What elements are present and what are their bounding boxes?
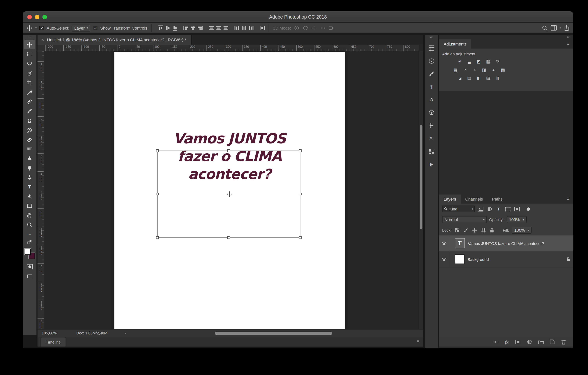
vertical-scrollbar-thumb[interactable] [420,125,422,229]
foreground-swatch[interactable] [24,249,31,255]
transform-handle[interactable] [156,236,159,239]
spot-healing-brush-tool[interactable] [24,97,35,106]
zoom-tool[interactable] [24,220,35,229]
actions-panel-icon[interactable]: ▶ [426,159,437,169]
zoom-level-field[interactable]: 185,66% [42,331,57,335]
type-tool[interactable]: T [24,182,35,191]
align-vertical-centers-button[interactable] [165,25,171,31]
close-window-button[interactable] [27,15,32,19]
adjustment-icon[interactable]: ◢ [457,76,463,81]
filter-kind-select[interactable]: Kind ▾ [442,206,475,212]
adjustment-icon[interactable]: ◨ [481,67,487,73]
align-top-edges-button[interactable] [158,25,163,31]
workspace-switcher-icon[interactable] [550,25,557,31]
lasso-tool[interactable] [24,59,35,68]
adjustments-menu-icon[interactable]: ≡ [567,41,569,46]
gradient-tool[interactable] [24,144,35,154]
blend-mode-select[interactable]: Normal▾ [442,216,487,223]
3d-slide-icon[interactable] [320,25,326,31]
horizontal-scrollbar-thumb[interactable] [215,332,332,335]
add-layer-mask-button[interactable] [515,339,521,345]
transform-handle[interactable] [299,236,302,239]
layer-row-background[interactable]: Background [439,251,573,267]
adjustment-icon[interactable]: ▤ [466,76,472,81]
screen-mode-button[interactable] [24,272,35,281]
layer-name[interactable]: Background [468,257,489,261]
dock-collapse-chevrons[interactable]: ≫ [439,35,573,39]
glyphs-panel-icon[interactable]: A| [426,133,437,143]
new-adjustment-layer-button[interactable] [526,339,533,345]
search-icon[interactable] [542,25,548,31]
adjustment-icon[interactable]: ◑ [471,67,478,73]
pen-tool[interactable] [24,173,35,182]
transform-handle[interactable] [299,193,302,195]
lock-all-icon[interactable] [489,227,495,233]
tool-preset-chevron-icon[interactable]: ▾ [35,26,37,30]
clone-stamp-tool[interactable] [24,116,35,125]
edit-toolbar-button[interactable]: ••• [24,229,35,239]
adjustment-icon[interactable]: ▦ [452,67,459,73]
zoom-window-button[interactable] [42,15,47,19]
adjustment-icon[interactable]: ▥ [494,76,501,81]
transform-handle[interactable] [299,149,302,152]
adjustment-icon[interactable]: ▩ [500,67,506,73]
new-group-button[interactable] [538,339,544,345]
lock-artboard-icon[interactable] [480,227,486,233]
adjustment-icon[interactable]: ▨ [485,76,491,81]
quick-mask-button[interactable] [24,262,35,272]
adjustment-icon[interactable]: ◩ [475,59,482,65]
tab-layers[interactable]: Layers [439,195,461,204]
transform-handle[interactable] [227,236,230,239]
layer-visibility-toggle[interactable] [439,251,449,267]
tab-paths[interactable]: Paths [487,195,507,204]
sharpen-tool[interactable] [24,154,35,163]
rectangle-tool[interactable] [24,201,35,210]
brush-settings-panel-icon[interactable] [426,69,437,79]
align-bottom-edges-button[interactable] [172,25,178,31]
adjustment-icon[interactable]: ◧ [475,76,482,81]
fill-select[interactable]: 100%▾ [512,227,532,233]
align-horizontal-centers-button[interactable] [190,25,196,31]
layers-menu-icon[interactable]: ≡ [567,196,569,201]
adjustment-icon[interactable]: ☀ [457,59,463,65]
eyedropper-tool[interactable] [24,87,35,97]
move-tool-options-icon[interactable] [27,25,32,31]
move-tool[interactable] [24,40,35,49]
link-layers-button[interactable] [492,339,499,345]
timeline-menu-icon[interactable]: ≡ [417,339,420,343]
rectangular-marquee-tool[interactable] [24,49,35,59]
eraser-tool[interactable] [24,135,35,144]
strip-collapse-chevrons[interactable]: ≪ [425,35,438,40]
document-area[interactable]: -200-150-100-500501001502002503003504004… [38,45,423,329]
3d-roll-icon[interactable] [303,25,309,31]
workspace-chevron-icon[interactable]: ▾ [560,26,561,30]
filter-smart-objects-icon[interactable] [513,206,520,212]
layer-style-button[interactable]: fx [504,339,510,345]
character-panel-icon[interactable]: A [426,95,437,105]
3d-orbit-icon[interactable] [294,25,300,31]
filter-shape-layers-icon[interactable] [504,206,511,212]
toolbox-collapse-chevrons[interactable]: ›› [23,35,36,40]
adjustment-icon[interactable]: ◔ [462,67,468,73]
distribute-vertical-centers-button[interactable] [215,25,221,31]
show-transform-checkbox[interactable]: ✓ [93,26,98,30]
auto-select-target-select[interactable]: Layer▾ [72,24,90,31]
timeline-tab[interactable]: Timeline [41,337,66,347]
quick-selection-tool[interactable] [24,68,35,78]
distribute-spacing-button[interactable] [259,25,265,31]
opacity-select[interactable]: 100%▾ [507,216,526,223]
lock-image-icon[interactable] [462,227,469,233]
layer-name[interactable]: Vamos JUNTOS fazer o CLIMA acontecer? [468,241,544,245]
layer-row-text[interactable]: T Vamos JUNTOS fazer o CLIMA acontecer? [439,235,573,251]
distribute-top-edges-button[interactable] [208,25,214,31]
minimize-window-button[interactable] [35,15,39,19]
text-layer-thumbnail[interactable]: T [455,238,465,248]
tab-adjustments[interactable]: Adjustments [439,39,471,49]
distribute-horizontal-centers-button[interactable] [241,25,247,31]
adjustment-icon[interactable]: ▽ [494,59,501,65]
lock-position-icon[interactable] [471,227,478,233]
delete-layer-button[interactable] [560,339,567,345]
close-tab-icon[interactable]: × [41,37,44,43]
filter-toggle-icon[interactable] [525,206,532,212]
adjustment-icon[interactable]: ◕ [490,67,497,73]
